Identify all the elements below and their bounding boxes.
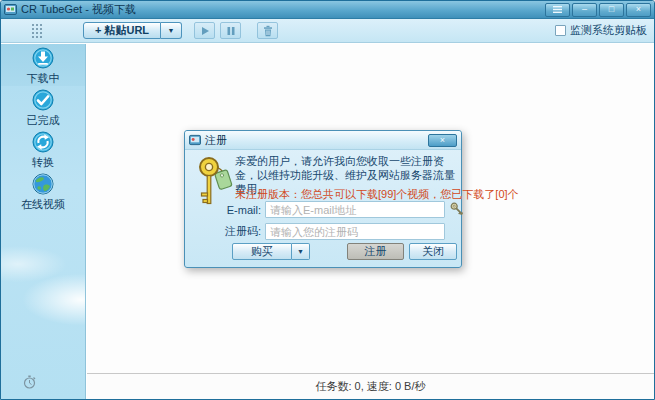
regcode-row: 注册码: [195,223,445,240]
status-text: 任务数: 0, 速度: 0 B/秒 [315,379,425,394]
app-window: CR TubeGet - 视频下载 – □ × + [0,0,655,400]
regcode-input[interactable] [265,223,445,240]
buy-dropdown-button[interactable]: ▼ [292,243,310,260]
sidebar-item-completed[interactable]: 已完成 [1,86,85,128]
dialog-titlebar: 注册 × [185,131,461,150]
email-input[interactable] [265,201,445,218]
pause-download-button[interactable] [220,22,241,39]
check-icon [32,89,54,111]
titlebar: CR TubeGet - 视频下载 – □ × [1,1,654,19]
fetch-code-button[interactable] [450,202,465,217]
email-row: E-mail: [195,201,465,218]
dialog-close-button[interactable]: × [428,134,457,147]
trash-icon [262,25,274,37]
toolbar: + 粘贴URL ▼ 监测系统剪贴板 [1,19,654,43]
checkbox-icon[interactable] [555,25,566,36]
register-dialog: 注册 × 亲爱的用户，请允许我向您收取一些注册资金，以维持功能升级、维护及网站服… [184,130,462,268]
app-icon [4,3,17,16]
dialog-buttons: 购买 ▼ 注册 关闭 [232,243,457,260]
pause-icon [225,25,237,37]
paste-url-group: + 粘贴URL ▼ [83,22,182,39]
sidebar: 下载中 已完成 转换 [1,44,86,399]
globe-icon [32,173,54,195]
window-controls: – □ × [545,3,651,17]
start-download-button[interactable] [194,22,215,39]
dialog-warning-text: 未注册版本：您总共可以下载[99]个视频，您已下载了[0]个 [235,187,519,202]
dialog-app-icon [189,134,201,146]
buy-button[interactable]: 购买 [232,243,292,260]
minimize-button[interactable]: – [572,3,597,17]
regcode-label: 注册码: [195,224,261,239]
menu-icon [552,5,563,14]
clipboard-checkbox-label: 监测系统剪贴板 [570,23,647,38]
clipboard-monitor-checkbox[interactable]: 监测系统剪贴板 [555,23,647,38]
delete-task-button[interactable] [257,22,278,39]
sidebar-label-downloading: 下载中 [1,71,85,86]
sidebar-item-downloading[interactable]: 下载中 [1,44,85,86]
scheduler-button[interactable] [23,375,36,393]
register-button[interactable]: 注册 [347,243,404,260]
maximize-button[interactable]: □ [599,3,624,17]
statusbar: 任务数: 0, 速度: 0 B/秒 [87,373,654,399]
sidebar-item-online-video[interactable]: 在线视频 [1,170,85,212]
small-key-icon [450,202,465,217]
sidebar-label-completed: 已完成 [1,113,85,128]
dialog-close-action-button[interactable]: 关闭 [409,243,457,260]
play-icon [199,25,211,37]
convert-icon [32,131,54,153]
window-title: CR TubeGet - 视频下载 [21,2,545,17]
window-menu-button[interactable] [545,3,570,17]
paste-url-button[interactable]: + 粘贴URL [83,22,161,39]
grip-icon[interactable] [31,23,43,39]
email-label: E-mail: [195,204,261,216]
clock-icon [23,375,36,389]
download-icon [32,47,54,69]
close-button[interactable]: × [626,3,651,17]
dialog-title: 注册 [205,133,428,148]
sidebar-item-convert[interactable]: 转换 [1,128,85,170]
sidebar-label-convert: 转换 [1,155,85,170]
sidebar-label-online-video: 在线视频 [1,197,85,212]
paste-url-dropdown-button[interactable]: ▼ [161,22,182,39]
